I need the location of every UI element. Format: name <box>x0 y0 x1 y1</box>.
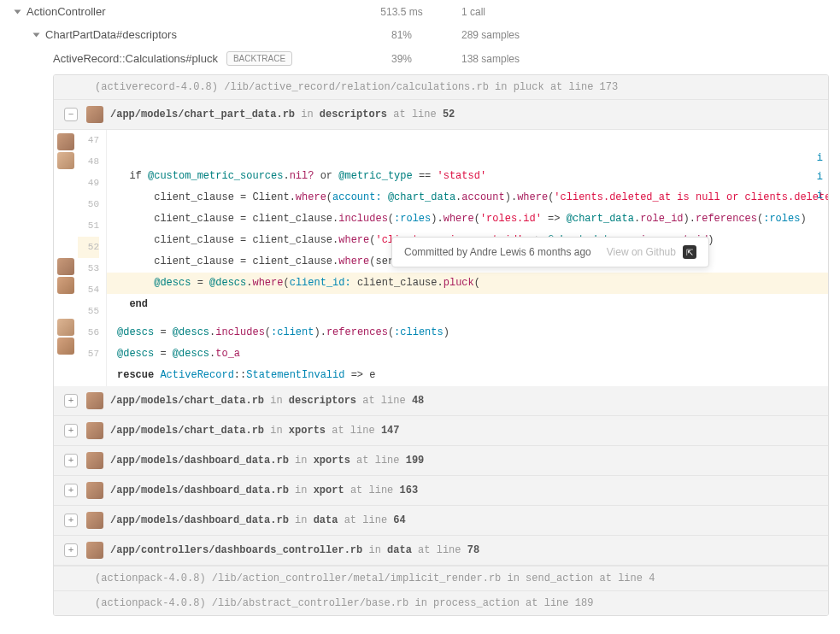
trace-row-chartpartdata[interactable]: ChartPartData#descriptors 81% 289 sample… <box>0 23 840 46</box>
frame-row: (actionpack-4.0.8) /lib/abstract_control… <box>54 590 828 615</box>
chevron-down-icon[interactable] <box>33 32 40 37</box>
avatar[interactable] <box>57 277 74 294</box>
frame-path: /lib/action_controller/metal/implicit_re… <box>212 572 501 584</box>
row-name: ActionController <box>26 5 106 18</box>
code-block: 4748495051525354555657 if @custom_metric… <box>54 130 828 386</box>
frame-lib: (actionpack-4.0.8) <box>95 572 206 584</box>
frame-line: 78 <box>467 544 479 556</box>
code-line[interactable] <box>107 315 828 322</box>
frame-path: /app/models/dashboard_data.rb <box>110 455 289 467</box>
kw-in: in <box>495 81 507 93</box>
frame-method: data <box>314 514 338 526</box>
trace-row-actioncontroller[interactable]: ActionController 513.5 ms 1 call <box>0 0 840 23</box>
backtrace-panel: (activerecord-4.0.8) /lib/active_record/… <box>53 74 829 616</box>
frame-method: data <box>387 544 412 556</box>
frame-path: /app/models/chart_data.rb <box>110 395 264 407</box>
expand-button[interactable]: + <box>64 454 78 467</box>
frame-row[interactable]: +/app/models/chart_data.rb in xports at … <box>54 416 828 446</box>
code-line[interactable]: if @custom_metric_sources.nil? or @metri… <box>107 166 828 187</box>
frame-row[interactable]: +/app/models/dashboard_data.rb in data a… <box>54 506 828 536</box>
avatar[interactable] <box>57 319 74 336</box>
frame-row-open[interactable]: − /app/models/chart_part_data.rb in desc… <box>54 100 828 130</box>
expand-button[interactable]: + <box>64 394 78 408</box>
row-bar <box>504 5 590 19</box>
row-time: 39% <box>367 53 436 65</box>
row-name: ChartPartData#descriptors <box>45 28 177 41</box>
code-line[interactable]: client_clause = Client.where(account: @c… <box>107 187 828 208</box>
chevron-down-icon[interactable] <box>15 9 21 14</box>
frame-path: /lib/active_record/relation/calculations… <box>224 81 489 93</box>
expand-button[interactable]: + <box>64 424 78 437</box>
row-time: 513.5 ms <box>367 6 436 18</box>
avatar[interactable] <box>57 152 74 169</box>
frame-line: 147 <box>381 425 400 437</box>
line-numbers: 4748495051525354555657 <box>78 130 107 386</box>
blame-tooltip: Committed by Andre Lewis 6 months ago Vi… <box>391 237 709 267</box>
frame-line: 189 <box>575 597 594 609</box>
expand-button[interactable]: + <box>64 484 78 497</box>
frame-row[interactable]: +/app/controllers/dashboards_controller.… <box>54 536 828 566</box>
frame-method: descriptors <box>320 109 387 120</box>
frame-line: 4 <box>649 572 655 584</box>
frame-line: 52 <box>443 109 455 120</box>
frame-line: 64 <box>393 514 405 526</box>
avatar <box>86 482 103 499</box>
frame-line: 173 <box>600 81 619 93</box>
code-line[interactable]: @descs = @descs.to_a <box>107 343 828 365</box>
row-time: 81% <box>367 29 436 41</box>
frame-row[interactable]: +/app/models/dashboard_data.rb in xport … <box>54 476 828 506</box>
frame-path: /app/models/chart_part_data.rb <box>110 109 295 120</box>
frame-method: xport <box>314 484 344 496</box>
row-name: ActiveRecord::Calculations#pluck <box>53 52 218 65</box>
avatar <box>86 392 103 409</box>
frame-row[interactable]: +/app/models/chart_data.rb in descriptor… <box>54 386 828 416</box>
code-line[interactable]: rescue ActiveRecord::StatementInvalid =>… <box>107 365 828 386</box>
github-icon[interactable]: ⇱ <box>683 245 696 259</box>
frame-line: 199 <box>406 455 425 467</box>
avatar <box>86 106 103 123</box>
avatar <box>86 542 103 559</box>
avatar[interactable] <box>57 258 74 275</box>
code-line[interactable]: @descs = @descs.where(client_id: client_… <box>107 273 828 294</box>
backtrace-button[interactable]: BACKTRACE <box>226 51 292 66</box>
avatar <box>86 512 103 529</box>
code-line[interactable]: client_clause = client_clause.includes(:… <box>107 208 828 230</box>
row-bar <box>504 28 590 42</box>
blame-avatars <box>54 130 78 386</box>
frame-path: /app/controllers/dashboards_controller.r… <box>110 544 362 556</box>
row-bar <box>504 52 590 66</box>
code-line[interactable]: end <box>107 294 828 315</box>
frame-method: xports <box>314 455 350 467</box>
code-line[interactable]: @descs = @descs.includes(:client).refere… <box>107 322 828 343</box>
frame-line: 48 <box>412 395 424 407</box>
frame-line: 163 <box>400 484 419 496</box>
kw-at: at line <box>550 81 593 93</box>
tooltip-message: Committed by Andre Lewis 6 months ago <box>404 246 591 258</box>
frame-path: /app/models/chart_data.rb <box>110 425 264 437</box>
frame-path: /lib/abstract_controller/base.rb <box>212 597 408 609</box>
scroll-indicator: iii <box>817 152 823 202</box>
avatar <box>86 422 103 439</box>
frame-path: /app/models/dashboard_data.rb <box>110 514 289 526</box>
frame-lib: (actionpack-4.0.8) <box>95 597 206 609</box>
frame-row: (activerecord-4.0.8) /lib/active_record/… <box>54 75 828 100</box>
frame-method: xports <box>289 425 326 437</box>
frame-row: (actionpack-4.0.8) /lib/action_controlle… <box>54 566 828 590</box>
frame-method: pluck <box>514 81 544 93</box>
expand-button[interactable]: + <box>64 514 78 527</box>
frame-lib: (activerecord-4.0.8) <box>95 81 218 93</box>
view-on-github-link[interactable]: View on Github <box>607 246 676 258</box>
collapse-button[interactable]: − <box>64 108 78 121</box>
frame-method: send_action <box>526 572 593 584</box>
avatar[interactable] <box>57 133 74 150</box>
frame-method: descriptors <box>289 395 356 407</box>
expand-button[interactable]: + <box>64 543 78 557</box>
trace-row-pluck[interactable]: ActiveRecord::Calculations#pluck BACKTRA… <box>0 46 840 71</box>
avatar[interactable] <box>57 338 74 355</box>
frame-method: process_action <box>433 597 520 609</box>
frame-row[interactable]: +/app/models/dashboard_data.rb in xports… <box>54 446 828 476</box>
avatar <box>86 452 103 469</box>
frame-path: /app/models/dashboard_data.rb <box>110 484 289 496</box>
